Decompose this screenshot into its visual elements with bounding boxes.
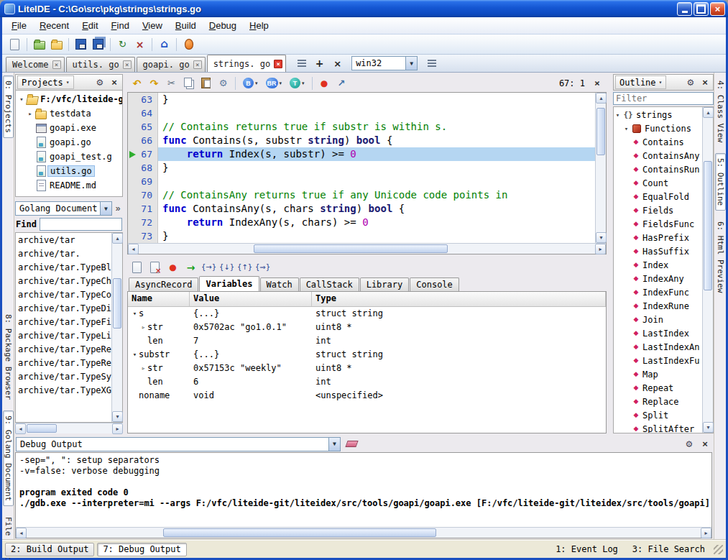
scrollbar-thumb[interactable] xyxy=(163,528,436,537)
export-button[interactable]: ↗ xyxy=(333,75,350,91)
doc-list-vertical-scrollbar[interactable]: ▴ ▾ xyxy=(111,233,122,422)
code-line-65[interactable]: 65// Contains returns true if substr is … xyxy=(128,120,595,134)
debug-bug-button[interactable] xyxy=(180,36,197,52)
code-editor[interactable]: 63}6465// Contains returns true if subst… xyxy=(127,92,607,254)
tab-close-icon[interactable]: × xyxy=(274,60,282,68)
debug-tab-callstack[interactable]: CallStack xyxy=(300,277,359,291)
paste-button[interactable] xyxy=(198,75,214,91)
outline-vertical-scrollbar[interactable]: ▴ ▾ xyxy=(702,107,713,433)
step-over-button[interactable]: {→} xyxy=(201,260,217,276)
doc-list-item[interactable]: archive/tar.TypeDir xyxy=(16,302,111,316)
scroll-up-icon[interactable]: ▴ xyxy=(703,107,714,118)
variable-row[interactable]: nonamevoid<unspecified> xyxy=(128,389,606,403)
outline-func-lastindex[interactable]: ◆LastIndex xyxy=(614,326,702,340)
outline-func-count[interactable]: ◆Count xyxy=(614,176,702,190)
env-button[interactable] xyxy=(423,55,440,72)
file-list-button[interactable] xyxy=(293,55,310,72)
copy-button[interactable] xyxy=(180,75,197,91)
outline-func-repeat[interactable]: ◆Repeat xyxy=(614,381,702,395)
tree-item-f-vfc-liteide-g[interactable]: ▾F:/vfc/liteide-g xyxy=(16,92,122,106)
undo-button[interactable]: ↶ xyxy=(129,75,145,91)
code-line-64[interactable]: 64 xyxy=(128,106,595,120)
close-tab-bar-button[interactable]: × xyxy=(329,55,346,72)
doc-list-item[interactable]: archive/tar.TypeXG xyxy=(16,384,111,398)
open-folder-button[interactable] xyxy=(48,36,65,52)
debug-tab-console[interactable]: Console xyxy=(410,277,459,291)
variable-row[interactable]: ▾substr{...}struct string xyxy=(128,348,606,362)
status-3-file-search[interactable]: 3: File Search xyxy=(627,543,711,556)
variable-row[interactable]: len7int xyxy=(128,334,606,348)
outline-func-equalfold[interactable]: ◆EqualFold xyxy=(614,190,702,203)
tree-expander-icon[interactable]: ▾ xyxy=(131,348,139,362)
doc-list-item[interactable]: archive/tar.TypeCha xyxy=(16,275,111,288)
variable-row[interactable]: ▹str0x57153c "weekly"uint8 * xyxy=(128,362,606,375)
variable-row[interactable]: len6int xyxy=(128,375,606,389)
build-b-button[interactable]: B▾ xyxy=(239,75,262,91)
tree-expander-icon[interactable]: ▹ xyxy=(139,321,147,334)
variable-row[interactable]: ▾s{...}struct string xyxy=(128,307,606,321)
tree-expander-icon[interactable]: ▹ xyxy=(139,362,147,375)
editor-close-icon[interactable] xyxy=(591,77,604,90)
outline-func-indexfunc[interactable]: ◆IndexFunc xyxy=(614,285,702,299)
build-br-button[interactable]: BR▾ xyxy=(262,75,286,91)
menu-recent[interactable]: Recent xyxy=(33,18,75,33)
menu-help[interactable]: Help xyxy=(243,18,275,33)
record-button[interactable]: ● xyxy=(316,75,333,91)
new-file-button[interactable] xyxy=(6,36,23,52)
side-tab-9-golang-document[interactable]: 9: Golang Document xyxy=(3,410,14,506)
menu-view[interactable]: View xyxy=(136,18,169,33)
debug-tab-asyncrecord[interactable]: AsyncRecord xyxy=(129,277,198,291)
scroll-left-icon[interactable]: ◂ xyxy=(16,528,27,538)
code-line-71[interactable]: 71func ContainsAny(s, chars string) bool… xyxy=(128,202,595,216)
doc-list-item[interactable]: archive/tar.TypeLin xyxy=(16,329,111,343)
save-all-button[interactable] xyxy=(90,36,106,52)
tree-item-testdata[interactable]: ▸testdata xyxy=(16,106,122,121)
scroll-left-icon[interactable]: ◂ xyxy=(128,244,139,254)
scroll-down-icon[interactable]: ▾ xyxy=(596,232,607,243)
step-out-button[interactable]: {↑} xyxy=(236,260,253,276)
panel-splitter[interactable] xyxy=(608,74,613,433)
cut-button[interactable]: ✂ xyxy=(163,75,180,91)
scrollbar-thumb[interactable] xyxy=(596,108,605,155)
scroll-right-icon[interactable]: ▸ xyxy=(595,244,606,254)
save-file-button[interactable] xyxy=(73,36,89,52)
menu-edit[interactable]: Edit xyxy=(75,18,104,33)
scroll-up-icon[interactable]: ▴ xyxy=(596,93,607,104)
scroll-up-icon[interactable]: ▴ xyxy=(112,233,123,244)
outline-func-splitafter[interactable]: ◆SplitAfter xyxy=(614,422,702,433)
combo-arrow-icon[interactable]: ▼ xyxy=(405,57,417,70)
tab-close-icon[interactable]: × xyxy=(52,60,61,69)
debug-tab-variables[interactable]: Variables xyxy=(199,276,259,291)
output-settings-icon[interactable] xyxy=(683,438,696,451)
side-tab-5-outline[interactable]: 5: Outline xyxy=(715,153,726,211)
build-target-combo[interactable]: win32 ▼ xyxy=(351,56,418,70)
code-line-70[interactable]: 70// ContainsAny returns true if any Uni… xyxy=(128,188,595,202)
variable-row[interactable]: ▹str0x5702ac "go1.0.1"uint8 * xyxy=(128,321,606,334)
menu-file[interactable]: File xyxy=(5,18,33,33)
gear-blue-button[interactable]: ⚙ xyxy=(215,75,231,91)
doc-list-horizontal-scrollbar[interactable]: ◂ ▸ xyxy=(15,423,123,433)
vars-header-name[interactable]: Name xyxy=(128,292,190,306)
scroll-down-icon[interactable]: ▾ xyxy=(112,411,123,422)
outline-func-join[interactable]: ◆Join xyxy=(614,313,702,326)
overflow-chevron-icon[interactable]: » xyxy=(114,203,122,214)
outline-group-functions[interactable]: ▾Functions xyxy=(614,121,702,135)
outline-func-map[interactable]: ◆Map xyxy=(614,367,702,381)
outline-func-split[interactable]: ◆Split xyxy=(614,408,702,422)
editor-horizontal-scrollbar[interactable]: ◂ ▸ xyxy=(128,243,606,254)
remove-watch-button[interactable] xyxy=(147,260,163,276)
projects-panel-selector[interactable]: Projects ▾ xyxy=(17,75,74,89)
outline-func-contains[interactable]: ◆Contains xyxy=(614,135,702,149)
status-7-debug-output[interactable]: 7: Debug Output xyxy=(97,543,186,556)
tab-goapi-go[interactable]: goapi. go× xyxy=(137,57,206,72)
vars-header-type[interactable]: Type xyxy=(312,292,606,306)
tree-item-goapi-exe[interactable]: goapi.exe xyxy=(16,121,122,135)
doc-list-item[interactable]: archive/tar.TypeBlo xyxy=(16,261,111,275)
outline-func-fieldsfunc[interactable]: ◆FieldsFunc xyxy=(614,217,702,231)
doc-find-input[interactable] xyxy=(40,218,122,231)
code-line-63[interactable]: 63} xyxy=(128,93,595,106)
doc-list-item[interactable]: archive/tar.TypeReg xyxy=(16,343,111,357)
scrollbar-thumb[interactable] xyxy=(704,161,712,290)
status-2-build-output[interactable]: 2: Build Output xyxy=(5,543,94,556)
add-tab-button[interactable]: + xyxy=(311,55,328,72)
